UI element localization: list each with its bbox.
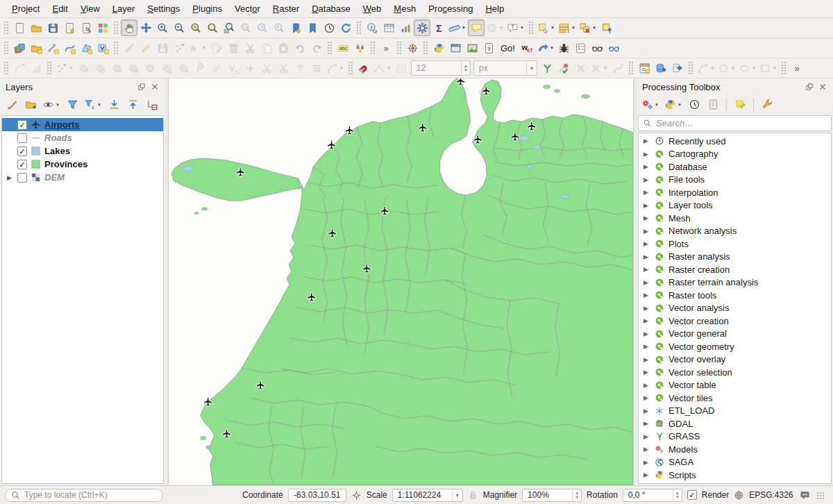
menu-edit[interactable]: Edit <box>46 1 74 16</box>
messages-icon[interactable] <box>800 490 810 501</box>
filter-legend-button[interactable] <box>64 96 81 113</box>
toolbox-group-vector-analysis[interactable]: ▶Vector analysis <box>639 302 831 315</box>
scale-combo[interactable]: 1:11062224 ▾ <box>392 489 463 502</box>
expander-icon[interactable]: ▶ <box>643 279 650 286</box>
menu-mesh[interactable]: Mesh <box>387 1 422 16</box>
expander-icon[interactable]: ▶ <box>643 471 650 478</box>
toolbox-search-input[interactable] <box>656 118 827 128</box>
zoom-full-extent-button[interactable] <box>187 19 204 36</box>
show-map-tips-button[interactable] <box>468 19 485 36</box>
float-panel-icon[interactable] <box>805 82 814 92</box>
check-geometries-button[interactable] <box>555 60 572 76</box>
toolbox-group-interpolation[interactable]: ▶Interpolation <box>639 186 831 199</box>
select-features-button[interactable]: ▾ <box>536 19 557 36</box>
menu-plugins[interactable]: Plugins <box>186 1 228 16</box>
python-console-button[interactable] <box>430 40 447 56</box>
toolbox-group-recently-used[interactable]: ▶Recently used <box>639 135 831 148</box>
expander-icon[interactable]: ▶ <box>643 343 650 350</box>
close-panel-icon[interactable] <box>150 82 160 92</box>
deselect-features-button[interactable]: ▾ <box>578 19 598 36</box>
open-project-button[interactable] <box>28 19 44 36</box>
layer-visibility-checkbox[interactable] <box>17 173 27 183</box>
toolbox-group-vector-table[interactable]: ▶Vector table <box>639 379 831 392</box>
menu-web[interactable]: Web <box>357 1 388 16</box>
zoom-to-layer-button[interactable] <box>221 19 237 36</box>
toolbox-group-layer-tools[interactable]: ▶Layer tools <box>639 199 831 212</box>
debug-plugin-button[interactable] <box>556 40 573 56</box>
wkt-plugin-button[interactable]: WKT <box>519 40 535 56</box>
menu-settings[interactable]: Settings <box>141 1 186 16</box>
synchronize-db-button[interactable] <box>669 60 686 76</box>
expander-icon[interactable]: ▶ <box>643 382 650 389</box>
new-spatial-bookmark-button[interactable] <box>287 19 304 36</box>
map-canvas[interactable] <box>168 78 634 485</box>
toolbox-group-vector-selection[interactable]: ▶Vector selection <box>639 366 831 379</box>
zoom-out-button[interactable] <box>171 19 187 36</box>
expander-icon[interactable]: ▶ <box>643 176 650 183</box>
measure-line-button[interactable]: ▾ <box>447 19 468 36</box>
filter-by-expression-button[interactable]: ε▾ <box>83 96 103 113</box>
float-panel-icon[interactable] <box>137 82 146 92</box>
toolbox-group-saga[interactable]: ▶SAGA <box>639 456 831 469</box>
locator-input[interactable] <box>24 490 158 500</box>
expander-icon[interactable]: ▶ <box>643 305 650 312</box>
toolbox-group-network-analysis[interactable]: ▶Network analysis <box>639 225 831 238</box>
results-viewer-button[interactable] <box>705 96 721 113</box>
expand-all-button[interactable] <box>106 96 122 113</box>
layer-visibility-checkbox[interactable]: ✓ <box>17 146 27 156</box>
toolbox-group-etl-load[interactable]: ▶ETL_LOAD <box>639 405 831 418</box>
expander-icon[interactable]: ▶ <box>643 317 650 324</box>
plugin-reloader-button[interactable]: ▾ <box>535 40 556 56</box>
expander-icon[interactable]: ▶ <box>643 240 650 247</box>
save-project-button[interactable] <box>44 19 61 36</box>
layer-item-dem[interactable]: ▶DEM <box>2 171 163 184</box>
toolbar-overflow-2-button[interactable]: » <box>789 60 805 76</box>
topological-editing-button[interactable] <box>539 60 555 76</box>
expander-icon[interactable]: ▶ <box>643 202 650 209</box>
expander-icon[interactable]: ▶ <box>643 330 650 337</box>
checklist-plugin-button[interactable] <box>573 40 589 56</box>
layer-visibility-checkbox[interactable]: ✓ <box>17 120 27 130</box>
layer-item-provinces[interactable]: ✓Provinces <box>2 158 163 171</box>
zoom-to-selection-button[interactable] <box>204 19 221 36</box>
pan-map-button[interactable] <box>121 19 137 36</box>
remove-layer-button[interactable] <box>143 96 160 113</box>
text-annotation-button[interactable]: T▾ <box>505 19 526 36</box>
zoom-in-button[interactable] <box>154 19 171 36</box>
manage-map-themes-button[interactable]: ▾ <box>41 96 62 113</box>
toolbox-group-vector-geometry[interactable]: ▶Vector geometry <box>639 340 831 353</box>
menu-layer[interactable]: Layer <box>106 1 142 16</box>
toolbox-group-database[interactable]: ▶Database <box>639 160 831 174</box>
style-manager-button[interactable] <box>94 19 111 36</box>
expander-icon[interactable]: ▶ <box>643 408 650 414</box>
magnifier-spinbox[interactable]: 100% ▲▼ <box>522 489 582 502</box>
new-virtual-layer-button[interactable] <box>94 40 111 56</box>
show-spatial-bookmarks-button[interactable] <box>304 19 321 36</box>
expander-icon[interactable]: ▶ <box>5 174 14 181</box>
expander-icon[interactable]: ▶ <box>643 253 650 260</box>
toolbox-group-plots[interactable]: ▶Plots <box>639 237 831 251</box>
toolbox-group-file-tools[interactable]: ▶File tools <box>639 174 831 187</box>
rotation-spinbox[interactable]: 0,0 ° ▲▼ <box>623 489 682 502</box>
layer-item-roads[interactable]: Roads <box>2 131 163 144</box>
open-attribute-table-button[interactable] <box>380 19 397 36</box>
layer-visibility-checkbox[interactable]: ✓ <box>17 160 27 169</box>
toolbox-group-grass[interactable]: ▶GRASS <box>639 430 831 444</box>
collapse-all-button[interactable] <box>124 96 141 113</box>
models-menu-button[interactable]: ▾ <box>640 96 661 113</box>
spinner-arrows-icon[interactable]: ▲▼ <box>572 489 581 501</box>
expander-icon[interactable]: ▶ <box>643 163 650 170</box>
render-checkbox[interactable]: ✓ <box>687 490 697 500</box>
identify-features-button[interactable]: i <box>364 19 380 36</box>
expander-icon[interactable]: ▶ <box>643 459 650 466</box>
processing-history-button[interactable] <box>686 96 702 113</box>
expander-icon[interactable]: ▶ <box>643 394 650 401</box>
refresh-map-button[interactable] <box>337 19 354 36</box>
toolbox-group-mesh[interactable]: ▶Mesh <box>639 212 831 225</box>
select-by-location-button[interactable] <box>598 19 615 36</box>
processing-options-button[interactable] <box>759 96 775 113</box>
expander-icon[interactable]: ▶ <box>643 189 650 196</box>
reader-plugin-alt-button[interactable] <box>606 40 623 56</box>
log-messages-button[interactable]: ? <box>480 40 497 56</box>
open-layer-styling-button[interactable] <box>3 96 20 113</box>
